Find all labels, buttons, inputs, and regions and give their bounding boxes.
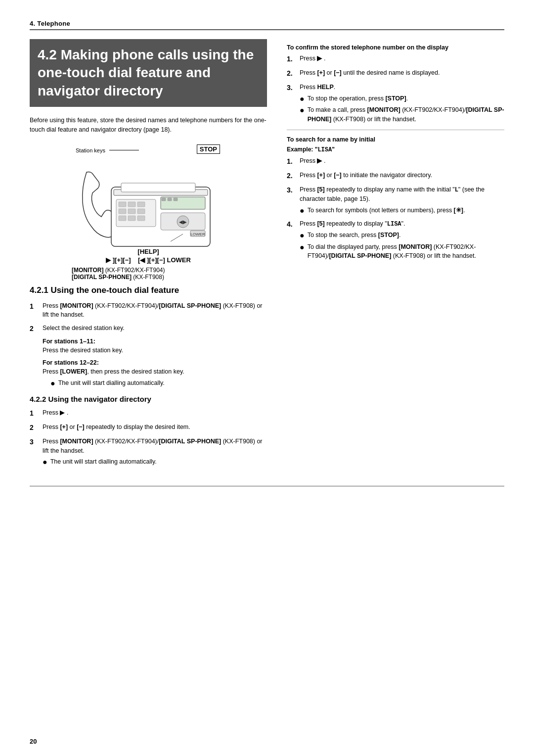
search-title: To search for a name by initial [287,136,504,143]
step-422-num-1: 1 [30,408,40,419]
search-bullet-text-3-1: To search for symbols (not letters or nu… [308,206,465,215]
search-step-3: 3. Press [5] repeatedly to display any n… [287,185,504,215]
station-keys-label: Station keys [76,147,139,153]
search-step-num-4: 4. [287,219,297,230]
search-step-num-3: 3. [287,185,297,195]
bullet-dot-422-3: ● [43,457,47,467]
step-422-text-1: Press ▶ . [43,408,267,418]
svg-rect-13 [161,197,205,209]
device-diagram: Station keys STOP [30,143,267,281]
svg-text:LOWER: LOWER [190,232,205,236]
search-step-text-4: Press [5] repeatedly to display "LISA". … [300,219,504,261]
rule-1 [287,130,504,130]
search-step-1: 1. Press ▶ . [287,156,504,167]
confirm-bullet-2: ● To make a call, press [MONITOR] (KX-FT… [300,105,504,124]
svg-text:◀▶: ◀▶ [179,219,187,225]
search-step-num-1: 1. [287,156,297,167]
svg-rect-12 [137,216,145,221]
step-422-1: 1 Press ▶ . [30,408,267,419]
confirm-bullet-1: ● To stop the operation, press [STOP]. [300,94,504,103]
svg-rect-6 [137,202,145,207]
svg-rect-18 [168,198,172,201]
fax-machine-image: ◀▶ LOWER [72,157,225,253]
step-422-text-3: Press [MONITOR] (KX-FT902/KX-FT904)/[DIG… [43,437,267,467]
step-422-num-3: 3 [30,437,40,447]
search-step-text-1: Press ▶ . [300,156,504,166]
nav-buttons-label: ▶ ][+][−] [◀ ][+][−] LOWER [72,256,225,264]
search-example: Example: "LISA" [287,146,504,153]
search-step-4: 4. Press [5] repeatedly to display "LISA… [287,219,504,261]
search-bullet-3-1: ● To search for symbols (not letters or … [300,206,504,215]
search-step-text-2: Press [+] or [−] to initiate the navigat… [300,171,504,180]
stop-label: STOP [197,144,220,154]
search-bullet-text-4-1: To stop the search, press [STOP]. [308,231,401,240]
section-header: 4. Telephone [30,20,504,30]
step-422-text-2: Press [+] or [−] repeatedly to display t… [43,423,267,432]
confirm-step-1: 1. Press ▶ . [287,54,504,64]
stations-1-11-text: Press the desired station key. [43,346,267,355]
confirm-step-text-1: Press ▶ . [300,54,504,63]
step-text-1: Press [MONITOR] (KX-FT902/KX-FT904)/[DIG… [43,301,267,320]
confirm-bullet-text-1: To stop the operation, press [STOP]. [308,94,408,103]
search-bullet-4-2: ● To dial the displayed party, press [MO… [300,242,504,261]
svg-rect-5 [128,202,135,207]
two-col-layout: 4.2 Making phone calls using the one-tou… [30,39,504,471]
search-step-text-3: Press [5] repeatedly to display any name… [300,185,504,215]
bullet-text-422-3: The unit will start dialling automatical… [50,457,157,467]
svg-rect-9 [137,209,145,214]
svg-rect-10 [119,216,126,221]
search-step-num-2: 2. [287,171,297,181]
confirm-bullet-text-2: To make a call, press [MONITOR] (KX-FT90… [308,105,504,124]
search-bullet-dot-4-1: ● [300,231,305,240]
section-421-title: 4.2.1 Using the one-touch dial feature [30,285,267,295]
bottom-rule [30,486,504,486]
step-422-2: 2 Press [+] or [−] repeatedly to display… [30,423,267,433]
svg-rect-4 [119,202,126,207]
step-421-2: 2 Select the desired station key. [30,324,267,334]
left-column: 4.2 Making phone calls using the one-tou… [30,39,267,471]
confirm-bullet-dot-1: ● [300,94,305,103]
step-num-2: 2 [30,324,40,334]
svg-rect-2 [121,183,195,192]
bullet-dot-1: ● [50,378,55,388]
search-bullet-text-4-2: To dial the displayed party, press [MONI… [308,242,504,261]
confirm-step-text-3: Press HELP. ● To stop the operation, pre… [300,83,504,124]
step-421-1: 1 Press [MONITOR] (KX-FT902/KX-FT904)/[D… [30,301,267,320]
confirm-title: To confirm the stored telephone number o… [287,44,504,51]
confirm-step-3: 3. Press HELP. ● To stop the operation, … [287,83,504,124]
confirm-step-num-1: 1. [287,54,297,64]
confirm-step-2: 2. Press [+] or [−] until the desired na… [287,68,504,79]
digital-label: [DIGITAL SP-PHONE] (KX-FT908) [72,274,225,281]
intro-text: Before using this feature, store the des… [30,116,267,135]
confirm-step-num-2: 2. [287,68,297,79]
step-422-num-2: 2 [30,423,40,433]
monitor-label: [MONITOR] (KX-FT902/KX-FT904) [72,267,225,274]
lower-label: ◀ ][+][−] LOWER [140,256,190,264]
svg-rect-8 [128,209,135,214]
step-422-3: 3 Press [MONITOR] (KX-FT902/KX-FT904)/[D… [30,437,267,467]
stations-1-11: For stations 1–11: Press the desired sta… [43,338,267,388]
bullet-422-3: ● The unit will start dialling automatic… [43,457,267,467]
search-bullet-dot-4-2: ● [300,242,305,252]
section-422-title: 4.2.2 Using the navigator directory [30,395,267,403]
svg-rect-11 [128,216,135,221]
bullet-auto-dial: ● The unit will start dialling automatic… [50,378,267,388]
search-bullet-4-1: ● To stop the search, press [STOP]. [300,231,504,240]
svg-rect-19 [174,198,178,201]
svg-rect-7 [119,209,126,214]
confirm-step-text-2: Press [+] or [−] until the desired name … [300,68,504,78]
confirm-bullet-dot-2: ● [300,105,305,115]
right-column: To confirm the stored telephone number o… [287,39,504,471]
bullet-text-1: The unit will start dialling automatical… [58,378,165,388]
stations-12-22-text: Press [LOWER], then press the desired st… [43,367,267,377]
page-number: 20 [30,738,37,745]
stations-1-11-label: For stations 1–11: [43,338,267,345]
step-text-2: Select the desired station key. [43,324,267,333]
stations-12-22-label: For stations 12–22: [43,359,267,366]
chapter-title: 4.2 Making phone calls using the one-tou… [30,39,267,107]
step-num-1: 1 [30,301,40,312]
search-bullet-dot-3-1: ● [300,206,305,215]
svg-rect-17 [162,198,166,201]
search-step-2: 2. Press [+] or [−] to initiate the navi… [287,171,504,181]
confirm-step-num-3: 3. [287,83,297,93]
